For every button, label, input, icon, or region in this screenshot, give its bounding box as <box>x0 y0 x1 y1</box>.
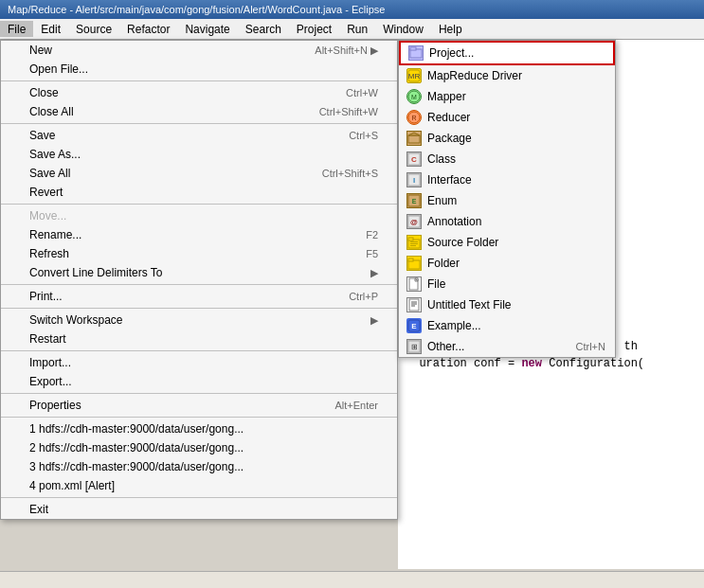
menu-label-close: Close <box>29 86 59 99</box>
submenu-row-file[interactable]: File <box>399 274 615 294</box>
svg-text:M: M <box>411 94 417 100</box>
submenu-row-class[interactable]: C Class <box>399 149 615 169</box>
submenu-row-other[interactable]: ⊞ Other... Ctrl+N <box>399 336 615 357</box>
menu-label-save-as: Save As... <box>29 148 81 161</box>
submenu-shortcut-other: Ctrl+N <box>576 341 605 352</box>
menu-row-refresh[interactable]: Refresh F5 <box>1 244 397 263</box>
separator-7 <box>1 393 397 394</box>
menu-label-recent-4: 4 pom.xml [Alert] <box>29 479 115 492</box>
menu-row-switch-workspace[interactable]: Switch Workspace ▶ <box>1 311 397 330</box>
submenu-row-reducer[interactable]: R Reducer <box>399 107 615 128</box>
submenu-label-mapreduce-driver: MapReduce Driver <box>427 69 522 82</box>
menu-item-source[interactable]: Source <box>68 21 119 37</box>
svg-rect-8 <box>408 135 420 143</box>
svg-rect-21 <box>410 243 418 244</box>
menu-item-refactor[interactable]: Refactor <box>119 21 177 37</box>
menu-item-run[interactable]: Run <box>339 21 375 37</box>
svg-rect-1 <box>410 47 416 50</box>
menu-row-recent-3[interactable]: 3 hdfs://cdh-master:9000/data/user/gong.… <box>1 457 397 476</box>
menu-item-search[interactable]: Search <box>238 21 289 37</box>
svg-text:E: E <box>412 198 417 205</box>
submenu-label-package: Package <box>427 132 472 145</box>
menu-row-properties[interactable]: Properties Alt+Enter <box>1 396 397 415</box>
menu-shortcut-save: Ctrl+S <box>349 130 378 141</box>
menu-row-close[interactable]: Close Ctrl+W <box>1 83 397 102</box>
menu-item-project[interactable]: Project <box>289 21 339 37</box>
menu-row-recent-1[interactable]: 1 hdfs://cdh-master:9000/data/user/gong.… <box>1 419 397 438</box>
submenu-label-untitled-text-file: Untitled Text File <box>427 298 511 312</box>
menu-item-navigate[interactable]: Navigate <box>177 21 237 37</box>
menu-shortcut-rename: F2 <box>366 229 378 241</box>
submenu-row-mapreduce-driver[interactable]: MR MapReduce Driver <box>399 65 615 86</box>
interface-icon: I <box>406 172 422 187</box>
title-text: Map/Reduce - Alert/src/main/java/com/gon… <box>8 4 385 15</box>
svg-text:MR: MR <box>408 72 421 80</box>
menu-label-refresh: Refresh <box>29 247 69 260</box>
menu-item-help[interactable]: Help <box>431 21 470 37</box>
mapreduce-driver-icon: MR <box>406 68 422 83</box>
menu-label-exit: Exit <box>29 503 48 516</box>
menu-label-export: Export... <box>29 375 72 388</box>
menu-label-save: Save <box>29 129 55 142</box>
menu-row-revert[interactable]: Revert <box>1 183 397 202</box>
submenu-label-annotation: Annotation <box>427 215 481 228</box>
submenu-label-class: Class <box>427 152 456 166</box>
new-submenu: Project... MR MapReduce Driver M Mapper <box>398 40 616 358</box>
menu-row-exit[interactable]: Exit <box>1 500 397 519</box>
menu-item-file[interactable]: File <box>0 21 33 37</box>
main-area: *WordCount.ja cer ritable,Tex new IntWri… <box>0 40 704 569</box>
separator-3 <box>1 204 397 205</box>
separator-9 <box>1 497 397 498</box>
submenu-row-enum[interactable]: E Enum <box>399 190 615 211</box>
folder-icon <box>406 256 422 271</box>
menu-row-close-all[interactable]: Close All Ctrl+Shift+W <box>1 102 397 121</box>
menu-label-revert: Revert <box>29 186 63 199</box>
menu-row-save[interactable]: Save Ctrl+S <box>1 126 397 145</box>
separator-6 <box>1 350 397 351</box>
status-bar <box>0 571 704 588</box>
menu-label-convert: Convert Line Delimiters To <box>29 266 163 279</box>
submenu-row-mapper[interactable]: M Mapper <box>399 86 615 107</box>
menu-row-open-file[interactable]: Open File... <box>1 60 397 79</box>
submenu-row-untitled-text-file[interactable]: Untitled Text File <box>399 294 615 315</box>
submenu-row-project[interactable]: Project... <box>399 41 615 65</box>
submenu-row-source-folder[interactable]: Source Folder <box>399 232 615 253</box>
menu-row-rename[interactable]: Rename... F2 <box>1 225 397 244</box>
separator-8 <box>1 417 397 418</box>
submenu-row-annotation[interactable]: @ Annotation <box>399 211 615 232</box>
menu-row-new[interactable]: New Alt+Shift+N ▶ <box>1 41 397 60</box>
menu-label-switch-workspace: Switch Workspace <box>29 313 122 327</box>
menu-row-import[interactable]: Import... <box>1 353 397 372</box>
submenu-row-package[interactable]: Package <box>399 128 615 149</box>
submenu-row-folder[interactable]: Folder <box>399 253 615 274</box>
menu-label-print: Print... <box>29 290 63 303</box>
submenu-row-interface[interactable]: I Interface <box>399 169 615 190</box>
separator-1 <box>1 80 397 81</box>
menu-label-open-file: Open File... <box>29 62 88 76</box>
annotation-icon: @ <box>406 214 422 229</box>
submenu-row-example[interactable]: E Example... <box>399 315 615 336</box>
menu-row-move: Move... <box>1 206 397 225</box>
svg-text:I: I <box>413 176 415 185</box>
menu-row-recent-4[interactable]: 4 pom.xml [Alert] <box>1 476 397 495</box>
title-bar: Map/Reduce - Alert/src/main/java/com/gon… <box>0 0 704 19</box>
menu-row-convert[interactable]: Convert Line Delimiters To ▶ <box>1 263 397 282</box>
svg-text:R: R <box>411 115 416 121</box>
menu-row-recent-2[interactable]: 2 hdfs://cdh-master:9000/data/user/gong.… <box>1 438 397 457</box>
menu-row-export[interactable]: Export... <box>1 372 397 391</box>
menu-item-edit[interactable]: Edit <box>33 21 68 37</box>
menu-item-window[interactable]: Window <box>375 21 431 37</box>
menu-label-recent-1: 1 hdfs://cdh-master:9000/data/user/gong.… <box>29 422 244 436</box>
menu-label-rename: Rename... <box>29 228 81 241</box>
submenu-label-enum: Enum <box>427 194 457 207</box>
mapper-icon: M <box>406 89 422 104</box>
menu-shortcut-refresh: F5 <box>366 248 378 259</box>
menu-shortcut-close: Ctrl+W <box>346 87 378 98</box>
svg-text:E: E <box>411 322 417 330</box>
svg-rect-20 <box>410 241 418 242</box>
menu-row-save-all[interactable]: Save All Ctrl+Shift+S <box>1 164 397 183</box>
svg-rect-19 <box>408 238 413 241</box>
menu-row-save-as[interactable]: Save As... <box>1 145 397 164</box>
menu-row-print[interactable]: Print... Ctrl+P <box>1 287 397 306</box>
menu-row-restart[interactable]: Restart <box>1 330 397 348</box>
